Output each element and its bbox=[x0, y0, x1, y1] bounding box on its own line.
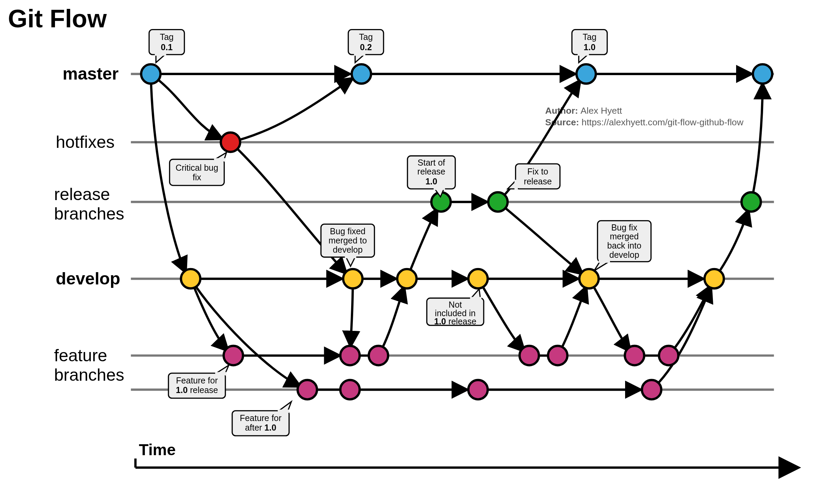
svg-rect-9 bbox=[155, 52, 166, 56]
node-master-1 bbox=[352, 64, 371, 84]
svg-text:Tag: Tag bbox=[359, 32, 373, 42]
callout-tag-02: Tag 0.2 bbox=[348, 30, 384, 63]
svg-rect-13 bbox=[354, 52, 365, 56]
svg-text:Bug fix: Bug fix bbox=[611, 223, 637, 232]
node-feat2-2 bbox=[468, 380, 488, 400]
node-develop-4 bbox=[579, 269, 599, 289]
callouts: Tag 0.1 Tag 0.2 Tag 1.0 Critical bug fix bbox=[149, 30, 651, 436]
svg-text:release: release bbox=[417, 167, 445, 176]
svg-text:merged to: merged to bbox=[329, 236, 367, 245]
node-feat1-c0 bbox=[625, 346, 644, 365]
gitflow-diagram: Git Flow master hotfixes releasebranches… bbox=[0, 0, 828, 504]
callout-bugfix-back: Bug fix merged back into develop bbox=[594, 221, 651, 271]
svg-rect-50 bbox=[215, 372, 226, 376]
svg-text:Source: https://alexhyett.com/: Source: https://alexhyett.com/git-flow-g… bbox=[545, 117, 744, 127]
svg-text:develop: develop bbox=[333, 245, 362, 254]
svg-text:0.2: 0.2 bbox=[360, 42, 372, 52]
callout-tag-01: Tag 0.1 bbox=[149, 30, 184, 63]
node-feat1-b0 bbox=[520, 346, 539, 365]
node-develop-1 bbox=[343, 269, 363, 289]
svg-text:Feature for: Feature for bbox=[176, 376, 218, 385]
callout-fix-release: Fix to release bbox=[508, 164, 560, 190]
node-feat2-3 bbox=[642, 380, 661, 400]
svg-text:1.0: 1.0 bbox=[584, 42, 596, 52]
svg-text:merged: merged bbox=[610, 232, 639, 241]
svg-text:Tag: Tag bbox=[160, 32, 174, 42]
callout-bugfixed-dev: Bug fixed merged to develop bbox=[321, 224, 375, 266]
node-feat2-1 bbox=[340, 380, 360, 400]
node-develop-3 bbox=[468, 269, 488, 289]
node-release-2 bbox=[742, 192, 761, 212]
svg-text:Feature for: Feature for bbox=[240, 413, 281, 423]
node-feat1-a2 bbox=[369, 346, 388, 365]
svg-text:Time: Time bbox=[139, 441, 176, 459]
svg-rect-25 bbox=[433, 186, 445, 190]
diagram-title: Git Flow bbox=[8, 5, 107, 33]
node-feat1-a1 bbox=[340, 346, 360, 365]
svg-text:Author: Alex Hyett: Author: Alex Hyett bbox=[545, 106, 622, 116]
lane-label-master: master bbox=[63, 64, 119, 83]
node-feat1-a0 bbox=[224, 346, 243, 365]
svg-text:Bug fixed: Bug fixed bbox=[330, 226, 365, 236]
callout-not-included: Not included in 1.0 release bbox=[427, 289, 484, 326]
svg-rect-17 bbox=[578, 52, 589, 56]
node-develop-5 bbox=[704, 269, 724, 289]
node-feat1-c1 bbox=[659, 346, 678, 365]
svg-rect-39 bbox=[599, 260, 610, 263]
svg-rect-45 bbox=[470, 297, 481, 300]
node-hotfix-0 bbox=[221, 132, 240, 152]
svg-text:fix: fix bbox=[193, 172, 201, 182]
lane-label-hotfixes: hotfixes bbox=[56, 132, 114, 152]
node-master-0 bbox=[141, 64, 161, 84]
svg-text:1.0: 1.0 bbox=[425, 177, 437, 186]
callout-start-release: Start of release 1.0 bbox=[408, 156, 455, 197]
callout-critical: Critical bug fix bbox=[169, 152, 226, 185]
lane-label-release: releasebranches bbox=[54, 185, 124, 223]
node-develop-0 bbox=[181, 269, 201, 289]
node-release-1 bbox=[488, 192, 508, 212]
svg-text:Critical bug: Critical bug bbox=[176, 163, 218, 172]
svg-rect-30 bbox=[514, 180, 518, 190]
svg-rect-21 bbox=[214, 158, 225, 162]
node-feat2-0 bbox=[298, 380, 317, 400]
svg-text:0.1: 0.1 bbox=[161, 42, 173, 52]
nodes bbox=[141, 64, 772, 399]
lane-label-feature: featurebranches bbox=[54, 346, 124, 384]
svg-text:develop: develop bbox=[609, 250, 639, 260]
callout-feature-10: Feature for 1.0 release bbox=[168, 365, 229, 398]
svg-text:1.0 release: 1.0 release bbox=[176, 385, 218, 395]
callout-feature-after-10: Feature for after 1.0 bbox=[232, 402, 291, 436]
lane-label-develop: develop bbox=[56, 269, 120, 288]
node-master-3 bbox=[753, 64, 772, 84]
svg-text:Start of: Start of bbox=[418, 158, 445, 167]
svg-text:1.0 release: 1.0 release bbox=[434, 317, 477, 326]
svg-text:Fix to: Fix to bbox=[527, 167, 548, 176]
lane-labels: master hotfixes releasebranches develop … bbox=[54, 64, 124, 384]
svg-text:back into: back into bbox=[607, 241, 641, 250]
node-master-2 bbox=[577, 64, 596, 84]
svg-text:Not: Not bbox=[449, 300, 462, 309]
svg-text:after 1.0: after 1.0 bbox=[245, 423, 276, 432]
svg-rect-54 bbox=[278, 409, 289, 413]
svg-text:Tag: Tag bbox=[583, 32, 596, 42]
time-axis: Time bbox=[136, 441, 798, 468]
node-feat1-b1 bbox=[548, 346, 567, 365]
svg-rect-34 bbox=[345, 255, 356, 258]
credits: Author: Alex Hyett Source: https://alexh… bbox=[545, 106, 744, 127]
svg-text:release: release bbox=[524, 177, 552, 186]
callout-tag-10: Tag 1.0 bbox=[572, 30, 607, 63]
node-develop-2 bbox=[397, 269, 417, 289]
